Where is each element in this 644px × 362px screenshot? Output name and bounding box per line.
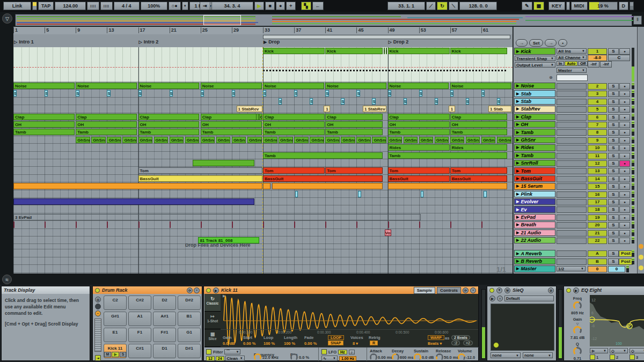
clip-s[interactable]: S	[341, 98, 344, 105]
clip-ghsnr[interactable]: GhSnr	[497, 137, 511, 143]
drum-pad-e1[interactable]: E1	[104, 328, 127, 342]
clip-unnamed[interactable]	[272, 183, 382, 189]
loop-button[interactable]: LOOP	[328, 335, 344, 340]
loop-start-field[interactable]: 33. 1. 1	[387, 2, 425, 10]
stop-button[interactable]: ■	[265, 2, 274, 10]
track-activator[interactable]: 14	[588, 176, 607, 182]
post-toggle-button[interactable]: Post	[619, 258, 633, 265]
track-name[interactable]: ▶SnrRoll	[514, 160, 555, 166]
arm-button[interactable]: ●	[619, 168, 630, 174]
clip-tamb[interactable]: Tamb	[138, 129, 200, 135]
clip-s[interactable]: S	[356, 90, 360, 97]
drum-pad-g1[interactable]: G1	[178, 328, 201, 342]
clip-s[interactable]: S	[310, 98, 313, 105]
arm-button[interactable]: ●	[619, 183, 630, 190]
link-button[interactable]: Link	[3, 2, 31, 10]
solo-button[interactable]: S	[608, 91, 619, 97]
clip-tamb[interactable]: Tamb	[388, 152, 508, 159]
env-attack-value[interactable]: 0.00 ms	[378, 355, 393, 360]
clip-unnamed[interactable]	[356, 221, 357, 228]
clip-ghsnr[interactable]: GhSnr	[138, 137, 153, 143]
start-flag-icon[interactable]: ▶	[223, 294, 225, 298]
band-on-toggle[interactable]	[590, 354, 595, 360]
drum-pad-f1[interactable]: F1	[128, 328, 151, 342]
locator-drop-2[interactable]: ▷Drop 2	[389, 39, 409, 45]
band-on-toggle[interactable]	[630, 354, 635, 360]
clip-clap[interactable]: Clap	[201, 114, 262, 120]
vertical-scrollbar[interactable]: D	[637, 27, 644, 274]
bypass-icon[interactable]: ⊘	[548, 287, 554, 293]
track-name[interactable]: ▶StabRev	[514, 106, 555, 112]
drum-pad-d-2[interactable]: D#2	[178, 295, 201, 310]
frequency-knob[interactable]	[254, 353, 261, 361]
loop-region-brace[interactable]	[263, 35, 510, 39]
locator-flag-icon[interactable]: ▷	[139, 40, 142, 45]
draw-mode-button[interactable]: ✎	[522, 2, 532, 10]
quantize-menu[interactable]: 100%	[141, 2, 167, 10]
arm-button[interactable]: ●	[619, 238, 630, 244]
res-value[interactable]: 0.0 %	[299, 355, 309, 360]
res-knob[interactable]	[290, 353, 298, 361]
track-activator[interactable]: 9	[588, 137, 607, 144]
drum-pad-a1[interactable]: A1	[128, 312, 151, 326]
device-on-icon[interactable]	[566, 288, 571, 293]
clip-s[interactable]: S	[45, 90, 48, 97]
loop-length-field[interactable]: 128. 0. 0	[459, 2, 497, 10]
track-activator[interactable]: A	[588, 250, 607, 257]
device-on-icon[interactable]	[489, 288, 494, 293]
mode-classic[interactable]: ↻Classic	[204, 294, 221, 312]
track-name[interactable]: ▶BassGuit	[514, 175, 555, 182]
sieq-param1-dropdown[interactable]: none▼	[491, 352, 521, 358]
track-name[interactable]: ▶Breath	[514, 221, 555, 228]
unfold-track-icon[interactable]: ▶	[516, 107, 519, 111]
clip-ghsnr[interactable]: GhSnr	[435, 137, 449, 143]
solo-button[interactable]: S	[608, 48, 619, 55]
track-name[interactable]: ▶Tamb	[514, 152, 555, 159]
io-display-box[interactable]	[557, 191, 587, 198]
solo-button[interactable]: S	[608, 160, 619, 167]
clip-k[interactable]: K	[384, 48, 385, 54]
locator-label[interactable]: Intro 2	[144, 39, 159, 45]
clip-ghsnr[interactable]: GhSnr	[91, 137, 106, 143]
clip-kick[interactable]: Kick	[325, 48, 383, 54]
master-volume-field[interactable]: 0	[588, 266, 607, 272]
clip-noise[interactable]: Noise	[263, 83, 324, 89]
arm-button[interactable]: ●	[619, 222, 630, 228]
drum-pad-kick-11[interactable]: Kick 11M▶S	[104, 344, 127, 358]
side-indicator-dot[interactable]	[639, 255, 643, 260]
clip-s[interactable]: S	[419, 90, 422, 97]
clip-oh[interactable]: OH	[201, 121, 262, 128]
io-display-box[interactable]	[557, 122, 587, 128]
monitor-off[interactable]: Off	[578, 61, 588, 66]
clip-s[interactable]: S	[279, 98, 282, 105]
solo-button[interactable]: S	[608, 114, 619, 121]
band-filter-type-dropdown[interactable]: ⊳▼	[590, 348, 608, 353]
clip-unnamed[interactable]	[13, 198, 254, 205]
clip-k[interactable]: K	[386, 48, 387, 54]
gain-value[interactable]: 7.81 dB	[566, 335, 589, 340]
solo-button[interactable]: S	[608, 145, 619, 151]
next-locator-button[interactable]: →	[545, 39, 557, 47]
clip-oh[interactable]: OH	[138, 121, 200, 128]
clip-bassguit[interactable]: BassGuit	[138, 175, 263, 182]
track-activator[interactable]: 3	[588, 91, 607, 97]
fold-icon[interactable]: ▼	[496, 287, 502, 293]
drum-pad-c-2[interactable]: C#2	[128, 295, 151, 310]
clip-1-stab[interactable]: 1 Stab	[488, 106, 511, 112]
track-header-master[interactable]: ▶Master1/2▼00	[514, 265, 637, 272]
clip-bassguit[interactable]: BassGuit	[450, 175, 508, 182]
track-activator[interactable]: 21	[588, 230, 607, 237]
clip-clap[interactable]: Clap	[388, 114, 450, 120]
clip-1-stabrev[interactable]: 1 StabRev	[237, 106, 262, 112]
volume-field[interactable]: -8.0	[588, 55, 607, 61]
lfo-wave-dropdown[interactable]: ∿▼	[321, 356, 338, 361]
follow-button[interactable]: ⇥	[200, 2, 210, 10]
unfold-track-icon[interactable]: ▶	[516, 238, 519, 242]
chain-view-icon[interactable]	[95, 304, 101, 309]
clip-c[interactable]: C	[259, 114, 262, 120]
play-button[interactable]: ▶	[254, 2, 265, 10]
arm-button[interactable]: ●	[619, 176, 630, 182]
unfold-track-icon[interactable]: ▶	[516, 130, 519, 135]
show-devices-icon[interactable]: ⇥	[95, 355, 101, 361]
punch-out-button[interactable]: ⟍	[449, 2, 458, 10]
